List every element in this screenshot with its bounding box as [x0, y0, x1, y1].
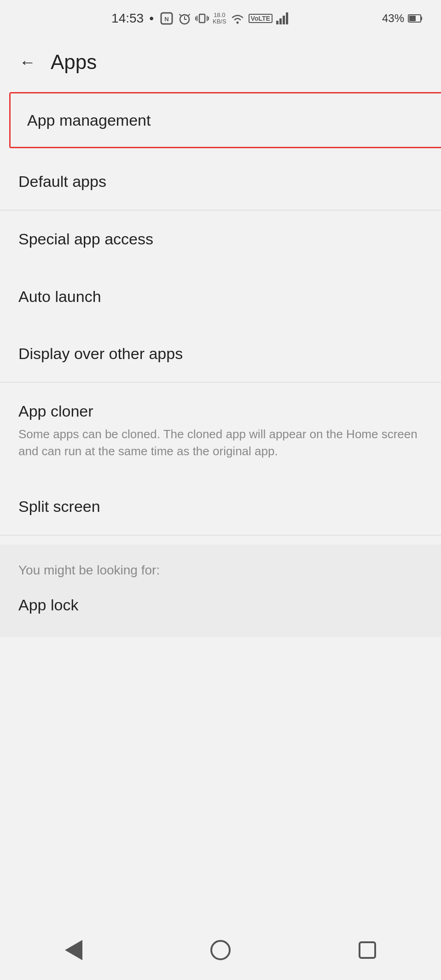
svg-rect-19 — [421, 17, 422, 20]
looking-for-section: You might be looking for: App lock — [0, 545, 441, 637]
speed-indicator: 18.0 KB/S — [213, 12, 226, 25]
status-bar: 14:53 • N — [0, 0, 441, 37]
display-over-other-apps-label: Display over other apps — [18, 345, 183, 362]
svg-line-5 — [180, 14, 181, 16]
battery-percent: 43% — [382, 12, 404, 25]
svg-rect-15 — [283, 16, 285, 24]
auto-launch-label: Auto launch — [18, 288, 101, 305]
wifi-icon — [230, 12, 245, 24]
split-screen-label: Split screen — [18, 498, 100, 515]
app-cloner-label: App cloner — [18, 401, 423, 421]
back-arrow-icon: ← — [19, 52, 36, 72]
nav-recent-icon — [359, 941, 376, 959]
nav-home-icon — [210, 940, 231, 960]
looking-for-label: You might be looking for: — [18, 563, 423, 578]
svg-rect-14 — [279, 18, 282, 24]
vibrate-icon — [195, 12, 209, 25]
battery-icon — [408, 13, 423, 23]
content-area: App management Default apps Special app … — [0, 87, 441, 920]
status-dot: • — [149, 11, 154, 26]
default-apps-label: Default apps — [18, 173, 106, 190]
svg-rect-16 — [286, 12, 288, 24]
menu-item-auto-launch[interactable]: Auto launch — [0, 268, 441, 325]
nav-back-icon — [65, 940, 82, 960]
divider-3 — [0, 535, 441, 535]
nav-recent-button[interactable] — [349, 932, 386, 968]
status-time: 14:53 — [111, 11, 144, 26]
signal-icon — [276, 12, 289, 24]
back-button[interactable]: ← — [14, 48, 41, 76]
status-icons: N 18.0 KB/S — [159, 11, 289, 26]
menu-item-special-app-access[interactable]: Special app access — [0, 210, 441, 267]
battery-area: 43% — [382, 12, 423, 25]
menu-item-display-over-other-apps[interactable]: Display over other apps — [0, 325, 441, 382]
app-cloner-subtitle: Some apps can be cloned. The cloned app … — [18, 426, 423, 459]
svg-point-12 — [236, 22, 238, 24]
nfc-icon: N — [159, 11, 174, 26]
nav-home-button[interactable] — [202, 932, 239, 968]
app-lock-label: App lock — [18, 596, 78, 614]
svg-rect-18 — [409, 16, 416, 21]
app-lock-item[interactable]: App lock — [18, 591, 423, 619]
special-app-access-label: Special app access — [18, 230, 153, 248]
svg-text:N: N — [164, 16, 168, 23]
nav-bar — [0, 920, 441, 980]
volte-icon: VoLTE — [249, 14, 273, 23]
menu-item-default-apps[interactable]: Default apps — [0, 153, 441, 210]
app-management-label: App management — [27, 111, 151, 129]
menu-item-app-cloner[interactable]: App cloner Some apps can be cloned. The … — [0, 383, 441, 478]
page-title: Apps — [51, 51, 97, 74]
svg-line-6 — [188, 14, 190, 16]
svg-rect-7 — [199, 14, 205, 23]
menu-item-app-management[interactable]: App management — [9, 92, 441, 148]
menu-item-split-screen[interactable]: Split screen — [0, 478, 441, 535]
alarm-icon — [178, 12, 191, 25]
nav-back-button[interactable] — [55, 932, 92, 968]
svg-rect-13 — [276, 21, 279, 24]
header: ← Apps — [0, 37, 441, 87]
